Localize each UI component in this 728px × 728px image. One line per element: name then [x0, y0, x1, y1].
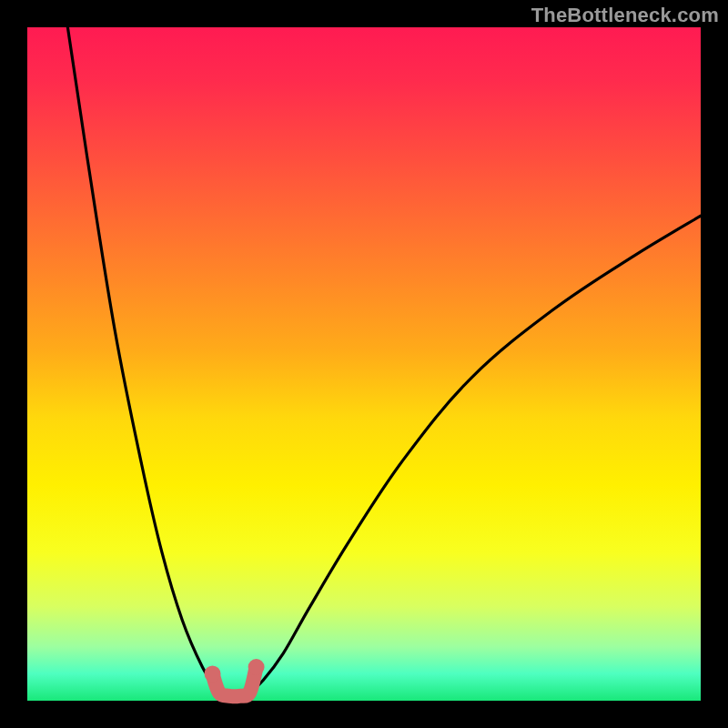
- valley-highlight-dot-left: [205, 665, 221, 682]
- watermark-text: TheBottleneck.com: [531, 4, 719, 27]
- plot-area: [27, 27, 701, 701]
- bottleneck-curve-right: [239, 216, 701, 697]
- chart-frame: TheBottleneck.com: [0, 0, 728, 728]
- bottleneck-curve-left: [67, 27, 239, 697]
- valley-highlight-dot-right: [248, 659, 265, 675]
- curve-layer: [27, 27, 701, 701]
